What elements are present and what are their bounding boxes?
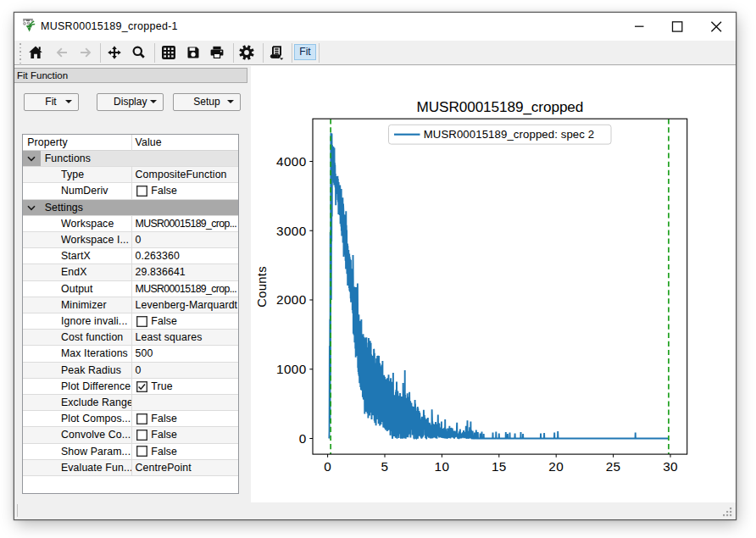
svg-text:1000: 1000	[276, 362, 306, 376]
svg-text:20: 20	[548, 458, 564, 473]
svg-text:5: 5	[381, 458, 389, 473]
svg-text:25: 25	[606, 458, 621, 473]
svg-text:10: 10	[435, 458, 450, 473]
svg-text:2000: 2000	[276, 292, 306, 307]
svg-text:3000: 3000	[276, 223, 306, 237]
svg-text:4000: 4000	[276, 153, 306, 168]
svg-text:MUSR00015189_cropped: spec 2: MUSR00015189_cropped: spec 2	[424, 128, 594, 141]
svg-text:Counts: Counts	[255, 266, 269, 308]
svg-text:15: 15	[492, 458, 507, 473]
svg-text:0: 0	[324, 458, 331, 473]
svg-text:30: 30	[663, 458, 678, 473]
svg-text:0: 0	[299, 430, 307, 445]
svg-text:MUSR00015189_cropped: MUSR00015189_cropped	[417, 97, 584, 114]
